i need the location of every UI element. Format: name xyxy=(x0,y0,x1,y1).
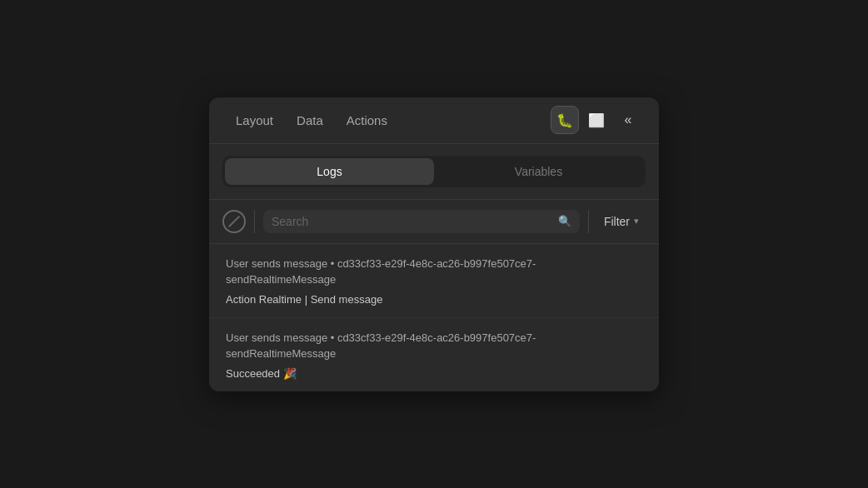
top-nav: Layout Data Actions 🐛 ⬜ « xyxy=(209,97,659,144)
search-icon: 🔍 xyxy=(558,215,571,227)
log-subtitle-1: Action Realtime | Send message xyxy=(226,293,642,306)
divider-left xyxy=(254,210,255,233)
nav-data[interactable]: Data xyxy=(287,108,333,132)
filter-button[interactable]: Filter ▾ xyxy=(597,212,646,232)
tab-row: Logs Variables xyxy=(209,144,659,200)
search-input[interactable] xyxy=(272,215,553,228)
chevron-down-icon: ▾ xyxy=(634,216,639,227)
log-title-1: User sends message • cd33cf33-e29f-4e8c-… xyxy=(226,256,642,288)
collapse-icon-button[interactable]: « xyxy=(614,106,642,134)
block-icon-button[interactable] xyxy=(222,210,246,233)
log-entry-1[interactable]: User sends message • cd33cf33-e29f-4e8c-… xyxy=(209,244,659,318)
nav-icons: 🐛 ⬜ « xyxy=(551,106,642,134)
log-list: User sends message • cd33cf33-e29f-4e8c-… xyxy=(209,244,659,391)
bug-icon-button[interactable]: 🐛 xyxy=(551,106,579,134)
tab-logs[interactable]: Logs xyxy=(225,158,434,185)
panel-icon: ⬜ xyxy=(588,112,605,128)
collapse-icon: « xyxy=(625,112,632,127)
log-title-2: User sends message • cd33cf33-e29f-4e8c-… xyxy=(226,330,642,362)
nav-actions[interactable]: Actions xyxy=(337,108,397,132)
panel-icon-button[interactable]: ⬜ xyxy=(582,106,611,134)
divider-right xyxy=(588,210,589,233)
log-subtitle-2: Succeeded 🎉 xyxy=(226,367,642,380)
tab-variables[interactable]: Variables xyxy=(434,158,643,185)
nav-layout[interactable]: Layout xyxy=(226,108,283,132)
log-entry-2[interactable]: User sends message • cd33cf33-e29f-4e8c-… xyxy=(209,318,659,391)
main-panel: Layout Data Actions 🐛 ⬜ « Logs Variables xyxy=(209,97,659,391)
tabs-container: Logs Variables xyxy=(222,156,646,187)
search-box[interactable]: 🔍 xyxy=(263,210,580,233)
filter-bar: 🔍 Filter ▾ xyxy=(209,200,659,244)
bug-icon: 🐛 xyxy=(556,112,573,128)
